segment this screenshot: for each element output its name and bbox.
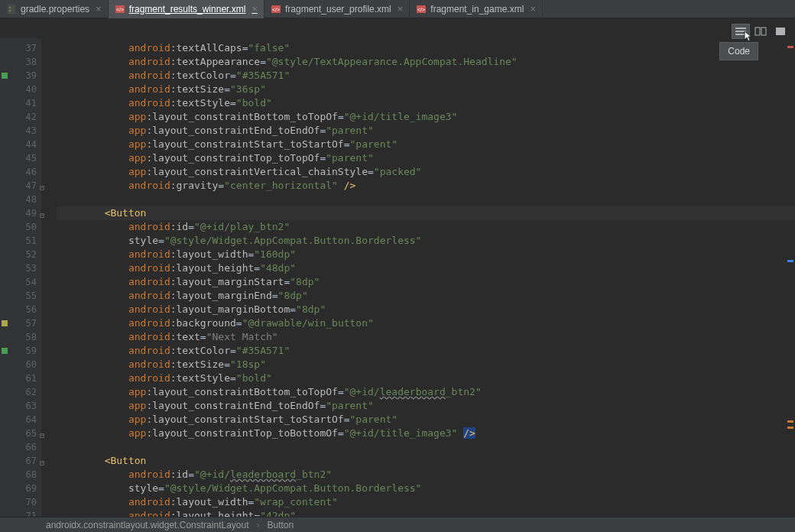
line-number[interactable]: 64 [0,413,37,427]
line-number[interactable]: 50 [0,220,37,234]
code-line[interactable]: android:layout_width="wrap_content" [57,495,795,509]
minimap-marker[interactable] [787,46,793,48]
code-line[interactable]: style="@style/Widget.AppCompat.Button.Bo… [57,482,795,495]
code-line[interactable]: app:layout_constraintTop_toBottomOf="@+i… [57,427,795,440]
code-line[interactable]: app:layout_constraintBottom_toTopOf="@+i… [57,385,795,399]
tab-gradle-properties[interactable]: gradle.properties× [0,0,109,18]
svg-rect-0 [8,5,15,14]
code-line[interactable]: app:layout_constraintTop_toTopOf="parent… [57,151,795,165]
code-line[interactable]: app:layout_constraintEnd_toEndOf="parent… [57,124,795,138]
minimap-marker[interactable] [787,427,793,429]
gutter-marker-icon[interactable] [2,320,8,326]
tab-fragment_results_winner-xml[interactable]: </>fragment_results_winner.xml× [109,0,264,18]
code-line[interactable]: android:textSize="18sp" [57,358,795,371]
code-line[interactable]: <Button [57,206,795,220]
line-number[interactable]: 44 [0,138,37,151]
tab-label: fragment_user_profile.xml [285,4,391,15]
editor[interactable]: 3738394041424344454647⊟4849⊟505152535455… [0,38,795,532]
code-line[interactable]: app:layout_constraintStart_toStartOf="pa… [57,138,795,151]
line-number[interactable]: 43 [0,124,37,138]
line-number[interactable]: 54 [0,275,37,289]
line-number[interactable]: 67⊟ [0,454,37,468]
line-number[interactable]: 63 [0,399,37,413]
gutter-marker-icon[interactable] [2,348,8,354]
line-number[interactable]: 66 [0,440,37,454]
line-number[interactable]: 69 [0,482,37,495]
line-number[interactable]: 42 [0,110,37,124]
breadcrumb[interactable]: androidx.constraintlayout.widget.Constra… [0,517,795,532]
code-line[interactable]: android:text="Next Match" [57,330,795,344]
line-number[interactable]: 57 [0,316,37,330]
code-line[interactable]: android:textAppearance="@style/TextAppea… [57,55,795,69]
close-icon[interactable]: × [398,3,404,15]
code-line[interactable]: android:textColor="#35A571" [57,344,795,358]
gutter[interactable]: 3738394041424344454647⊟4849⊟505152535455… [0,38,41,532]
line-number[interactable]: 58 [0,330,37,344]
code-line[interactable]: android:textSize="36sp" [57,83,795,96]
tab-fragment_user_profile-xml[interactable]: </>fragment_user_profile.xml× [264,0,410,18]
properties-file-icon [6,4,17,15]
line-number[interactable]: 61 [0,371,37,385]
code-line[interactable]: android:id="@+id/play_btn2" [57,220,795,234]
breadcrumb-child[interactable]: Button [268,520,294,530]
code-line[interactable]: android:textStyle="bold" [57,96,795,110]
code-line[interactable] [57,440,795,454]
code-line[interactable]: android:textAllCaps="false" [57,41,795,55]
line-number[interactable]: 51 [0,234,37,248]
gutter-marker-icon[interactable] [2,73,8,79]
line-number[interactable]: 68 [0,468,37,482]
line-number[interactable]: 45 [0,151,37,165]
tab-fragment_in_game-xml[interactable]: </>fragment_in_game.xml× [410,0,543,18]
code-area[interactable]: android:textAllCaps="false" android:text… [41,38,795,532]
code-line[interactable]: app:layout_constraintVertical_chainStyle… [57,165,795,179]
line-number[interactable]: 48 [0,193,37,206]
line-number[interactable]: 40 [0,83,37,96]
code-line[interactable]: android:layout_marginEnd="8dp" [57,289,795,303]
line-number[interactable]: 53 [0,261,37,275]
line-number[interactable]: 39 [0,69,37,83]
view-split-button[interactable] [752,24,769,38]
code-line[interactable]: android:id="@+id/leaderboard_btn2" [57,468,795,482]
line-number[interactable]: 56 [0,303,37,316]
code-line[interactable]: android:layout_height="48dp" [57,261,795,275]
line-number[interactable]: 37 [0,41,37,55]
code-line[interactable]: android:layout_marginStart="8dp" [57,275,795,289]
line-number[interactable]: 46 [0,165,37,179]
code-line[interactable]: android:layout_marginBottom="8dp" [57,303,795,316]
line-number[interactable]: 49⊟ [0,206,37,220]
line-number[interactable]: 70 [0,495,37,509]
line-number[interactable]: 41 [0,96,37,110]
minimap-strip[interactable] [786,38,795,512]
line-number[interactable]: 62 [0,385,37,399]
breadcrumb-root[interactable]: androidx.constraintlayout.widget.Constra… [46,520,249,530]
svg-rect-9 [735,28,746,29]
line-number[interactable]: 52 [0,248,37,261]
minimap-marker[interactable] [787,260,793,262]
code-line[interactable]: app:layout_constraintStart_toStartOf="pa… [57,413,795,427]
view-toolbar [732,24,789,38]
code-line[interactable]: android:textStyle="bold" [57,371,795,385]
code-line[interactable]: android:gravity="center_horizontal" /> [57,179,795,193]
code-line[interactable]: <Button [57,454,795,468]
code-line[interactable]: style="@style/Widget.AppCompat.Button.Bo… [57,234,795,248]
svg-rect-12 [755,28,760,35]
close-icon[interactable]: × [96,3,102,15]
svg-text:</>: </> [272,7,280,12]
code-line[interactable]: app:layout_constraintEnd_toEndOf="parent… [57,399,795,413]
code-line[interactable]: app:layout_constraintBottom_toTopOf="@+i… [57,110,795,124]
line-number[interactable]: 38 [0,55,37,69]
close-icon[interactable]: × [251,3,258,15]
code-line[interactable]: android:background="@drawable/win_button… [57,316,795,330]
close-icon[interactable]: × [530,3,536,15]
code-line[interactable] [57,193,795,206]
code-line[interactable]: android:textColor="#35A571" [57,69,795,83]
line-number[interactable]: 59 [0,344,37,358]
code-line[interactable]: android:layout_width="160dp" [57,248,795,261]
view-design-button[interactable] [772,24,789,38]
line-number[interactable]: 47⊟ [0,179,37,193]
tab-label: gradle.properties [21,4,89,15]
minimap-marker[interactable] [787,420,793,423]
line-number[interactable]: 55 [0,289,37,303]
line-number[interactable]: 65⊟ [0,427,37,440]
line-number[interactable]: 60 [0,358,37,371]
